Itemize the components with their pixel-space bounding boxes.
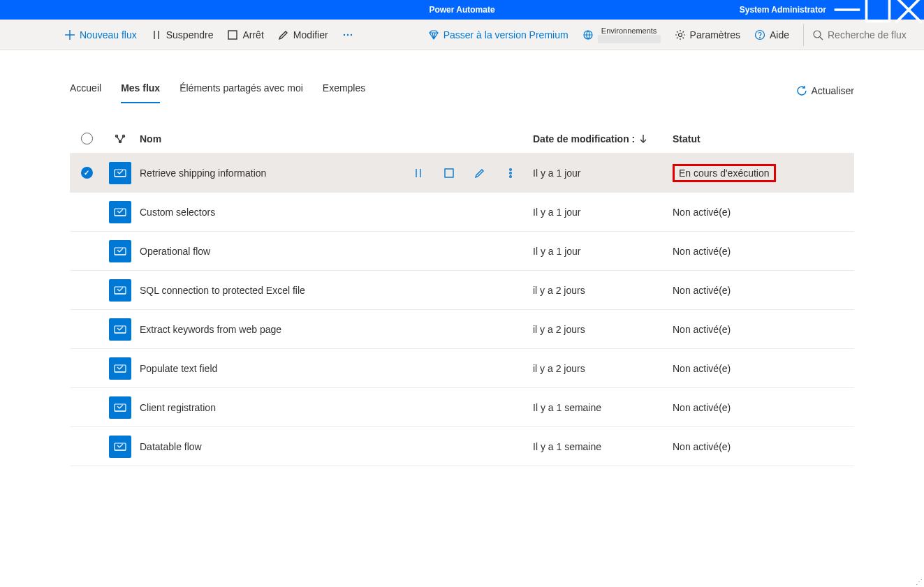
tab-examples[interactable]: Exemples — [323, 78, 365, 103]
close-button[interactable] — [893, 0, 924, 20]
column-date[interactable]: Date de modification : — [533, 133, 673, 144]
flow-date: il y a 2 jours — [533, 324, 673, 335]
flow-name[interactable]: Datatable flow — [137, 441, 316, 452]
svg-point-11 — [350, 34, 351, 35]
svg-point-29 — [510, 175, 512, 177]
flow-status: Non activé(e) — [673, 324, 812, 335]
environments-button[interactable]: Environnements — [577, 24, 666, 46]
column-status[interactable]: Statut — [673, 133, 812, 144]
svg-point-15 — [759, 37, 760, 38]
flow-type-icon — [103, 133, 137, 144]
select-all-checkbox[interactable] — [81, 133, 93, 144]
flow-name[interactable]: Populate text field — [137, 363, 316, 374]
suspend-label: Suspendre — [166, 29, 214, 40]
flow-status: Non activé(e) — [673, 402, 812, 413]
table-row[interactable]: Populate text fieldil y a 2 joursNon act… — [70, 349, 854, 388]
flow-icon — [109, 396, 131, 419]
flow-date: Il y a 1 jour — [533, 168, 673, 179]
svg-rect-8 — [228, 31, 237, 39]
maximize-button[interactable] — [863, 0, 893, 20]
stop-icon[interactable] — [443, 168, 455, 179]
tab-my-flows[interactable]: Mes flux — [121, 78, 160, 103]
svg-point-10 — [346, 34, 348, 35]
env-value — [598, 35, 661, 43]
table-header: Nom Date de modification : Statut — [70, 124, 854, 154]
svg-point-28 — [510, 172, 512, 174]
tab-shared[interactable]: Éléments partagés avec moi — [179, 78, 303, 103]
premium-button[interactable]: Passer à la version Premium — [423, 24, 574, 46]
flow-icon — [109, 279, 131, 302]
search-box[interactable] — [803, 24, 918, 46]
tab-bar: Accueil Mes flux Éléments partagés avec … — [70, 78, 854, 103]
flow-status: Non activé(e) — [673, 207, 812, 218]
flow-status: Non activé(e) — [673, 285, 812, 296]
stop-label: Arrêt — [242, 29, 263, 40]
svg-rect-26 — [445, 169, 453, 177]
flow-icon — [109, 162, 131, 184]
pause-icon[interactable] — [413, 168, 424, 179]
more-icon[interactable] — [505, 168, 516, 179]
modify-button[interactable]: Modifier — [272, 24, 334, 46]
settings-button[interactable]: Paramètres — [669, 24, 746, 46]
svg-rect-1 — [867, 0, 890, 22]
flow-name[interactable]: Retrieve shipping information — [137, 168, 316, 179]
svg-line-17 — [820, 37, 823, 40]
window-buttons — [832, 0, 924, 20]
refresh-icon — [796, 85, 807, 96]
flow-name[interactable]: Extract keywords from web page — [137, 324, 316, 335]
table-row[interactable]: Client registrationIl y a 1 semaineNon a… — [70, 388, 854, 427]
column-name[interactable]: Nom — [137, 133, 316, 144]
new-flow-label: Nouveau flux — [80, 29, 137, 40]
svg-point-13 — [678, 33, 682, 36]
flow-icon — [109, 201, 131, 223]
refresh-button[interactable]: Actualiser — [796, 85, 854, 96]
env-label: Environnements — [598, 27, 661, 35]
new-flow-button[interactable]: Nouveau flux — [59, 24, 142, 46]
flow-name[interactable]: SQL connection to protected Excel file — [137, 285, 316, 296]
flow-date: il y a 2 jours — [533, 363, 673, 374]
flow-date: Il y a 1 jour — [533, 246, 673, 257]
flow-status: En cours d'exécution — [673, 164, 812, 182]
titlebar: Power Automate System Administrator — [0, 0, 924, 20]
flow-status: Non activé(e) — [673, 246, 812, 257]
search-input[interactable] — [828, 29, 918, 40]
refresh-label: Actualiser — [812, 85, 854, 96]
flow-name[interactable]: Custom selectors — [137, 207, 316, 218]
table-row[interactable]: Extract keywords from web pageil y a 2 j… — [70, 310, 854, 349]
edit-icon[interactable] — [474, 168, 485, 179]
app-title: Power Automate — [429, 5, 494, 15]
row-checkbox[interactable] — [81, 167, 93, 179]
more-button[interactable] — [337, 24, 359, 46]
help-button[interactable]: Aide — [749, 24, 795, 46]
flow-date: il y a 2 jours — [533, 285, 673, 296]
settings-label: Paramètres — [690, 29, 740, 40]
sort-down-icon — [638, 133, 649, 144]
tab-home[interactable]: Accueil — [70, 78, 101, 103]
table-row[interactable]: Operational flowIl y a 1 jourNon activé(… — [70, 232, 854, 271]
flow-status: Non activé(e) — [673, 363, 812, 374]
table-row[interactable]: Datatable flowIl y a 1 semaineNon activé… — [70, 427, 854, 466]
flow-name[interactable]: Client registration — [137, 402, 316, 413]
flow-date: Il y a 1 jour — [533, 207, 673, 218]
flow-date: Il y a 1 semaine — [533, 402, 673, 413]
table-row[interactable]: Custom selectorsIl y a 1 jourNon activé(… — [70, 193, 854, 232]
svg-point-9 — [343, 34, 344, 35]
user-label: System Administrator — [740, 5, 826, 15]
stop-button[interactable]: Arrêt — [221, 24, 269, 46]
flow-status: Non activé(e) — [673, 441, 812, 452]
help-label: Aide — [770, 29, 789, 40]
table-row[interactable]: SQL connection to protected Excel fileil… — [70, 271, 854, 310]
flow-icon — [109, 318, 131, 341]
flow-icon — [109, 436, 131, 458]
flow-icon — [109, 240, 131, 262]
content-area: Accueil Mes flux Éléments partagés avec … — [0, 50, 924, 480]
svg-point-16 — [814, 31, 821, 38]
commandbar: Nouveau flux Suspendre Arrêt Modifier Pa… — [0, 20, 924, 50]
premium-label: Passer à la version Premium — [443, 29, 569, 40]
modify-label: Modifier — [293, 29, 328, 40]
minimize-button[interactable] — [832, 0, 863, 20]
table-row[interactable]: Retrieve shipping informationIl y a 1 jo… — [70, 154, 854, 193]
svg-point-27 — [510, 168, 512, 170]
flow-name[interactable]: Operational flow — [137, 246, 316, 257]
suspend-button[interactable]: Suspendre — [145, 24, 219, 46]
